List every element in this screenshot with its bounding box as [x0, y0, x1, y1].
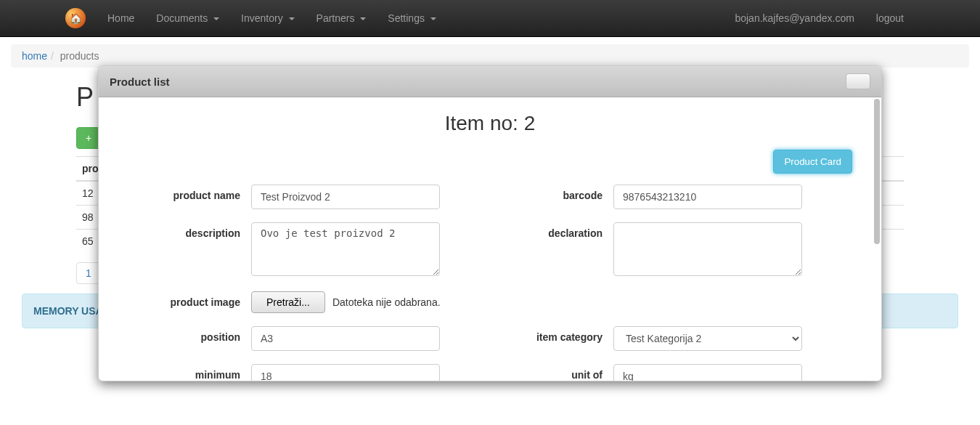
- barcode-label: barcode: [490, 185, 613, 201]
- description-textarea[interactable]: Ovo je test proizvod 2: [251, 222, 440, 276]
- product-name-input[interactable]: [251, 185, 440, 209]
- modal-scrollbar[interactable]: [874, 99, 880, 244]
- modal-overlay: Product list Item no: 2 Product Card pro…: [0, 0, 980, 328]
- modal-title: Product list: [110, 76, 170, 88]
- item-category-label: item category: [490, 326, 613, 328]
- product-name-label: product name: [128, 185, 251, 201]
- product-modal: Product list Item no: 2 Product Card pro…: [98, 65, 882, 328]
- modal-close-button[interactable]: [846, 73, 870, 89]
- description-label: description: [128, 222, 251, 239]
- file-status-text: Datoteka nije odabrana.: [332, 296, 441, 308]
- declaration-textarea[interactable]: [613, 222, 802, 276]
- file-browse-button[interactable]: Pretraži...: [251, 291, 325, 313]
- modal-body: Item no: 2 Product Card product name bar…: [99, 97, 881, 328]
- position-label: position: [128, 326, 251, 328]
- product-card-button[interactable]: Product Card: [773, 150, 852, 174]
- modal-header: Product list: [99, 66, 881, 97]
- product-image-label: product image: [128, 291, 251, 308]
- declaration-label: declaration: [490, 222, 613, 239]
- item-category-select[interactable]: Test Kategorija 2: [613, 326, 802, 328]
- position-input[interactable]: [251, 326, 440, 328]
- item-number-heading: Item no: 2: [128, 112, 852, 135]
- barcode-input[interactable]: [613, 185, 802, 209]
